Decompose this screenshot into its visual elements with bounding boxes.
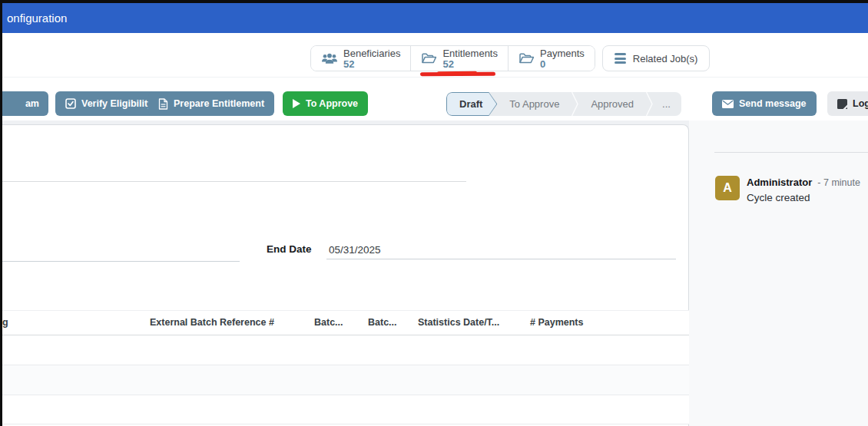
message-author[interactable]: Administrator — [747, 177, 812, 188]
tab-payments[interactable]: Payments 0 — [508, 46, 595, 71]
stage-draft[interactable]: Draft Draft — [446, 92, 497, 116]
table-row[interactable] — [2, 395, 689, 424]
panel-divider — [2, 77, 868, 78]
table-header-row: g External Batch Reference # Batc... Bat… — [2, 310, 689, 335]
column-header[interactable]: External Batch Reference # — [150, 317, 274, 328]
message-body: Cycle created — [747, 192, 810, 203]
window-edge-top — [0, 0, 868, 3]
avatar[interactable]: A — [715, 176, 740, 200]
button-label: Log — [853, 98, 868, 109]
users-icon — [321, 53, 338, 64]
column-header[interactable]: # Payments — [530, 317, 583, 328]
stat-button-row: Beneficiaries 52 Entitlements 52 — [310, 45, 710, 71]
verify-eligibility-button[interactable]: Verify Eligibility — [55, 91, 163, 116]
column-header[interactable]: Statistics Date/T... — [418, 317, 499, 328]
file-icon — [158, 98, 168, 110]
top-navbar: onfiguration — [2, 3, 868, 33]
prepare-entitlement-button[interactable]: Prepare Entitlement — [148, 91, 274, 116]
message-timestamp-text: - 7 minute — [817, 177, 860, 188]
end-date-underline — [326, 259, 676, 259]
list-icon — [615, 53, 626, 64]
stage-label: Draft — [447, 98, 498, 110]
tab-label: Entitlements — [442, 48, 498, 59]
section-divider — [2, 181, 466, 182]
tab-count: 0 — [540, 59, 585, 70]
message-header: Administrator - 7 minute — [747, 177, 860, 188]
to-approve-button[interactable]: To Approve — [283, 91, 368, 116]
envelope-icon — [722, 100, 734, 108]
send-message-button[interactable]: Send message — [712, 91, 817, 116]
stage-more[interactable]: ... — [653, 92, 680, 116]
stage-to-approve[interactable]: To Approve — [497, 92, 571, 116]
navbar-title[interactable]: onfiguration — [7, 3, 67, 33]
status-pipeline: Draft Draft To Approve Approved ... — [446, 92, 681, 116]
tab-label: Beneficiaries — [343, 48, 400, 59]
table-row[interactable] — [2, 335, 689, 365]
annotation-red-underline — [420, 72, 495, 77]
window-edge-left — [0, 0, 2, 426]
cutoff-field-underline[interactable] — [2, 261, 240, 262]
tab-label: Payments — [540, 48, 585, 59]
tab-count: 52 — [442, 59, 498, 70]
play-icon — [293, 99, 300, 108]
stage-approved[interactable]: Approved — [578, 92, 646, 116]
column-header[interactable]: Batc... — [368, 317, 397, 328]
chevron-separator-icon — [571, 92, 578, 116]
end-date-label: End Date — [267, 243, 312, 255]
stat-button-group: Beneficiaries 52 Entitlements 52 — [310, 45, 595, 71]
folder-open-icon — [421, 52, 437, 64]
tab-beneficiaries[interactable]: Beneficiaries 52 — [311, 46, 410, 71]
check-square-icon — [65, 98, 76, 109]
chatter-divider — [714, 152, 868, 153]
tab-entitlements[interactable]: Entitlements 52 — [410, 46, 508, 71]
log-note-icon — [837, 99, 847, 109]
tab-related-jobs[interactable]: Related Job(s) — [602, 45, 711, 71]
chevron-separator-icon — [646, 92, 653, 116]
table-row[interactable] — [2, 365, 689, 395]
tab-count: 52 — [343, 59, 400, 70]
column-header[interactable]: Batc... — [314, 317, 343, 328]
app-window: onfiguration Beneficiaries — [0, 0, 868, 426]
tab-label: Related Job(s) — [633, 53, 698, 64]
log-button[interactable]: Log — [827, 91, 868, 116]
cutoff-action-button[interactable]: am — [2, 91, 48, 116]
column-header[interactable]: g — [2, 317, 8, 328]
chatter-sidebar — [689, 121, 868, 426]
button-label: Verify Eligibility — [81, 98, 153, 109]
button-label: To Approve — [306, 98, 358, 109]
end-date-input[interactable]: 05/31/2025 — [329, 244, 381, 256]
button-label: Prepare Entitlement — [174, 98, 264, 109]
folder-open-icon — [518, 52, 535, 64]
button-label: am — [25, 98, 39, 109]
button-label: Send message — [739, 98, 807, 109]
